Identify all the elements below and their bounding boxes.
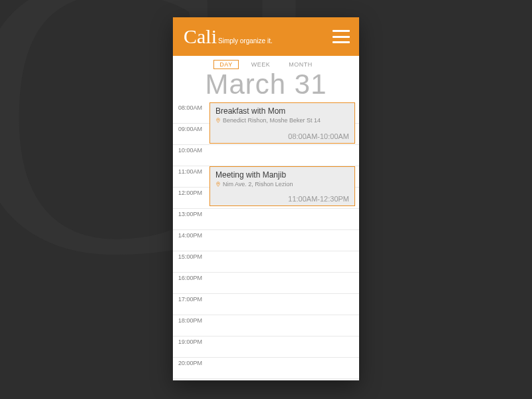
event-time: 08:00AM-10:00AM [215,132,349,140]
hour-row: 14:00PM [173,230,359,251]
hour-row: 20:00PM [173,358,359,379]
hour-row: 10:00AM [173,145,359,166]
event-title: Breakfast with Mom [215,106,349,116]
tagline: Simply organize it. [218,37,273,45]
tab-week[interactable]: WEEK [245,60,277,69]
brand-logo: Cali [184,27,217,47]
hour-row: 16:00PM [173,273,359,294]
event-title: Meeting with Manjib [215,170,349,180]
menu-icon[interactable] [332,30,350,43]
location-pin-icon [215,117,221,124]
app-header: Cali Simply organize it. [173,17,359,56]
hour-row: 15:00PM [173,251,359,273]
app-frame: Cali Simply organize it. DAY WEEK MONTH … [173,17,359,380]
hour-row: 19:00PM [173,336,359,358]
location-pin-icon [215,181,221,188]
hour-row: 18:00PM [173,315,359,336]
date-title: March 31 [173,70,359,102]
event-location-text: Nim Ave. 2, Rishon Lezion [223,181,293,188]
event-location-text: Benedict Rishon, Moshe Beker St 14 [223,117,321,124]
event-location: Nim Ave. 2, Rishon Lezion [215,181,349,188]
event-card[interactable]: Breakfast with Mom Benedict Rishon, Mosh… [209,102,355,144]
svg-point-0 [217,119,219,120]
hour-row: 13:00PM [173,209,359,230]
tab-day[interactable]: DAY [213,60,238,69]
schedule-grid[interactable]: 08:00AM 09:00AM 10:00AM 11:00AM 12:00PM … [173,102,359,380]
event-card[interactable]: Meeting with Manjib Nim Ave. 2, Rishon L… [209,166,355,206]
event-time: 11:00AM-12:30PM [215,195,349,203]
hour-row: 17:00PM [173,294,359,315]
tab-month[interactable]: MONTH [283,60,319,69]
svg-point-1 [217,183,219,184]
event-location: Benedict Rishon, Moshe Beker St 14 [215,117,349,124]
